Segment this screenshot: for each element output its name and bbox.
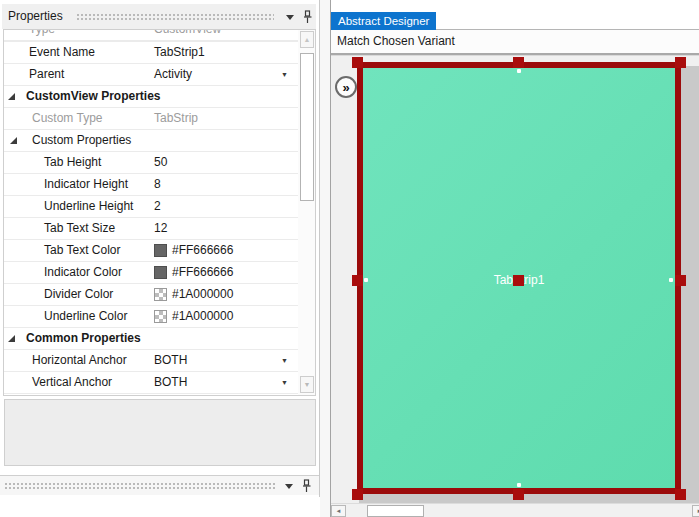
variant-toolbar[interactable]: Match Chosen Variant xyxy=(331,30,699,53)
selection-handle-bottom-right[interactable] xyxy=(675,489,686,500)
selection-handle-top-left[interactable] xyxy=(352,57,363,68)
property-row[interactable]: Custom TypeTabStrip xyxy=(4,108,298,130)
section-row[interactable]: Custom Properties xyxy=(4,130,298,152)
row-value-text: #FF666666 xyxy=(172,265,233,279)
horizontal-scrollbar[interactable]: ◄ ► xyxy=(331,503,699,517)
row-value: Activity xyxy=(154,64,192,85)
selection-handle-top[interactable] xyxy=(513,57,524,68)
drag-grip-texture xyxy=(76,13,274,22)
scrollbar-thumb[interactable] xyxy=(367,505,424,517)
row-value-text: TabStrip xyxy=(154,111,198,125)
pin-icon[interactable] xyxy=(301,10,314,28)
vertical-scrollbar[interactable]: ▲ ▼ xyxy=(298,30,315,395)
property-row[interactable]: Horizontal AnchorBOTH▼ xyxy=(4,350,298,372)
property-row[interactable]: Tab Text Size12 xyxy=(4,218,298,240)
row-value: 2 xyxy=(154,196,161,217)
property-row[interactable]: Tab Height50 xyxy=(4,152,298,174)
section-label: Custom Properties xyxy=(32,130,298,151)
drag-grip-texture xyxy=(4,482,276,491)
selection-handle-top-right[interactable] xyxy=(675,57,686,68)
property-row[interactable]: Underline Color#1A000000 xyxy=(4,306,298,328)
row-value: #FF666666 xyxy=(154,240,233,261)
row-label: Underline Height xyxy=(4,196,298,217)
row-label: Underline Color xyxy=(4,306,298,327)
row-value-text: #1A000000 xyxy=(172,309,233,323)
designer-tab-bar: Abstract Designer xyxy=(331,0,699,30)
row-label: Type xyxy=(4,30,298,40)
panel-border xyxy=(319,0,320,497)
row-value: 12 xyxy=(154,218,167,239)
property-grid-rows: Type CustomView Event NameTabStrip1Paren… xyxy=(4,30,298,395)
expander-icon[interactable] xyxy=(8,335,15,342)
property-row[interactable]: Indicator Color#FF666666 xyxy=(4,262,298,284)
row-label: Custom Type xyxy=(4,108,298,129)
row-value: BOTH xyxy=(154,350,187,371)
variant-toolbar-label: Match Chosen Variant xyxy=(337,30,455,53)
row-value: TabStrip xyxy=(154,108,198,129)
section-label: Common Properties xyxy=(26,328,298,349)
designer-canvas[interactable]: TabStrip1 » xyxy=(331,56,699,503)
selection-handle-left[interactable] xyxy=(352,275,363,286)
row-value: TabStrip1 xyxy=(154,42,205,63)
color-swatch[interactable] xyxy=(154,266,167,279)
scroll-up-icon: ▲ xyxy=(304,36,311,43)
row-label: Indicator Height xyxy=(4,174,298,195)
selection-handle-bottom[interactable] xyxy=(513,489,524,500)
property-row-clipped[interactable]: Type CustomView xyxy=(4,30,298,42)
row-value-text: 2 xyxy=(154,199,161,213)
row-label: Horizontal Anchor xyxy=(4,350,298,371)
expand-panel-button[interactable]: » xyxy=(335,76,357,98)
row-label: Vertical Anchor xyxy=(4,372,298,393)
row-value-text: #FF666666 xyxy=(172,243,233,257)
app-window: Properties Type CustomView xyxy=(0,0,699,517)
row-value: BOTH xyxy=(154,372,187,393)
row-label: Tab Text Color xyxy=(4,240,298,261)
expander-icon[interactable] xyxy=(10,137,17,144)
row-value: CustomView xyxy=(154,30,221,40)
pin-icon[interactable] xyxy=(300,479,313,497)
property-row[interactable]: Event NameTabStrip1 xyxy=(4,42,298,64)
properties-panel: Properties Type CustomView xyxy=(0,0,320,517)
row-label: Event Name xyxy=(4,42,298,63)
scroll-down-icon: ▼ xyxy=(304,381,311,388)
properties-panel-header[interactable]: Properties xyxy=(2,4,316,29)
selection-handle-right[interactable] xyxy=(675,275,686,286)
row-value: #1A000000 xyxy=(154,306,233,327)
anchor-dot-left xyxy=(364,278,368,282)
scroll-left-button[interactable]: ◄ xyxy=(331,505,346,517)
color-swatch[interactable] xyxy=(154,244,167,257)
anchor-dot-top xyxy=(517,69,521,73)
selection-handle-center[interactable] xyxy=(513,275,524,286)
section-row[interactable]: CustomView Properties xyxy=(4,86,298,108)
anchor-dot-bottom xyxy=(517,483,521,487)
window-menu-dropdown-icon[interactable] xyxy=(286,15,294,20)
scroll-up-button[interactable]: ▲ xyxy=(300,31,314,48)
scrollbar-thumb[interactable] xyxy=(300,53,314,201)
property-row[interactable]: Underline Height2 xyxy=(4,196,298,218)
color-swatch[interactable] xyxy=(154,288,167,301)
property-row[interactable]: Divider Color#1A000000 xyxy=(4,284,298,306)
collapsed-panel-header[interactable] xyxy=(0,475,319,495)
row-value-text: 50 xyxy=(154,155,167,169)
color-swatch[interactable] xyxy=(154,310,167,323)
anchor-dot-right xyxy=(669,278,673,282)
dropdown-arrow-icon[interactable]: ▼ xyxy=(281,64,288,85)
selection-handle-bottom-left[interactable] xyxy=(352,489,363,500)
property-row[interactable]: Indicator Height8 xyxy=(4,174,298,196)
row-value-text: 8 xyxy=(154,177,161,191)
row-label: Divider Color xyxy=(4,284,298,305)
property-row[interactable]: ParentActivity▼ xyxy=(4,64,298,86)
row-value-text: BOTH xyxy=(154,375,187,389)
section-row[interactable]: Common Properties xyxy=(4,328,298,350)
dropdown-arrow-icon[interactable]: ▼ xyxy=(281,372,288,393)
expander-icon[interactable] xyxy=(8,93,15,100)
window-menu-dropdown-icon[interactable] xyxy=(285,484,293,489)
scroll-down-button[interactable]: ▼ xyxy=(300,376,314,393)
scroll-right-button[interactable]: ► xyxy=(692,505,699,517)
property-row[interactable]: Vertical AnchorBOTH▼ xyxy=(4,372,298,394)
tab-abstract-designer[interactable]: Abstract Designer xyxy=(331,12,436,30)
row-value-text: 12 xyxy=(154,221,167,235)
property-row[interactable]: Tab Text Color#FF666666 xyxy=(4,240,298,262)
dropdown-arrow-icon[interactable]: ▼ xyxy=(281,350,288,371)
row-label: Parent xyxy=(4,64,298,85)
